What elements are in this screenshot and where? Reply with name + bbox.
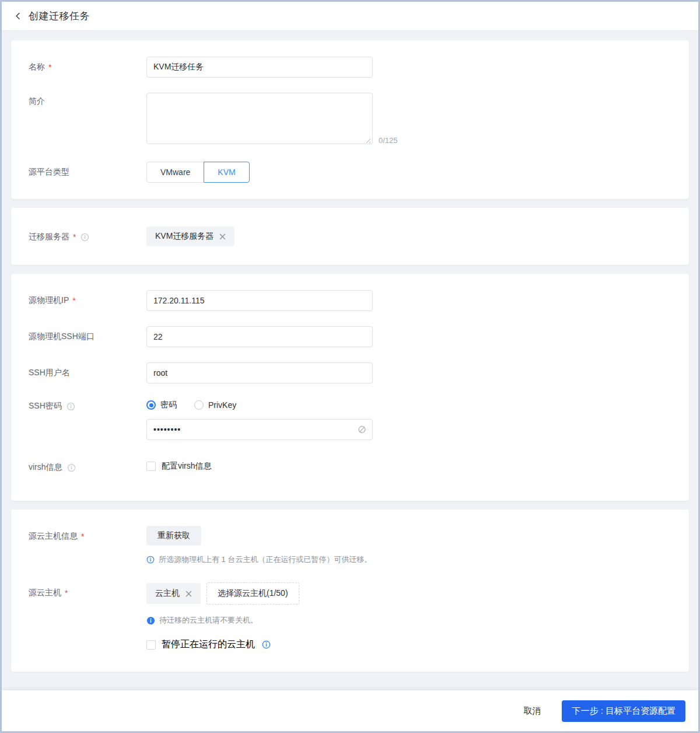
info-circle-icon xyxy=(146,556,155,564)
description-label: 简介 xyxy=(29,93,146,107)
eye-off-icon[interactable] xyxy=(357,425,367,435)
char-counter: 0/125 xyxy=(379,136,398,146)
ssh-user-input[interactable] xyxy=(146,362,373,383)
refresh-button[interactable]: 重新获取 xyxy=(146,526,201,546)
info-filled-icon xyxy=(146,616,155,625)
info-icon[interactable] xyxy=(66,402,75,411)
info-icon[interactable] xyxy=(80,233,89,242)
page-title: 创建迁移任务 xyxy=(29,9,90,23)
vm-info-label: 源云主机信息* xyxy=(29,526,146,542)
vm-info-control: 重新获取 所选源物理机上有 1 台云主机（正在运行或已暂停）可供迁移。 xyxy=(146,526,372,565)
vm-info-tip: 所选源物理机上有 1 台云主机（正在运行或已暂停）可供迁移。 xyxy=(146,554,372,565)
required-marker: * xyxy=(72,296,75,305)
row-migration-server: 迁移服务器* KVM迁移服务器 xyxy=(29,226,671,246)
ssh-port-label: 源物理机SSH端口 xyxy=(29,326,146,342)
row-ssh-user: SSH用户名 xyxy=(29,362,671,383)
cancel-button[interactable]: 取消 xyxy=(523,706,541,717)
radio-unselected-icon xyxy=(194,400,204,410)
pause-checkbox-label: 暂停正在运行的云主机 xyxy=(162,638,255,651)
info-icon[interactable] xyxy=(262,640,271,649)
platform-type-label: 源平台类型 xyxy=(29,162,146,177)
row-virsh: virsh信息 配置virsh信息 xyxy=(29,461,671,473)
checkbox-icon[interactable] xyxy=(146,640,156,650)
source-vm-line: 云主机 选择源云主机(1/50) xyxy=(146,582,299,605)
close-icon[interactable] xyxy=(219,233,226,240)
name-label: 名称* xyxy=(29,57,146,72)
row-platform-type: 源平台类型 VMware KVM xyxy=(29,162,671,183)
vm-tag-label: 云主机 xyxy=(155,588,180,599)
required-marker: * xyxy=(65,588,68,598)
vm-tag: 云主机 xyxy=(146,583,201,604)
row-name: 名称* xyxy=(29,57,671,78)
radio-password[interactable]: 密码 xyxy=(146,400,177,410)
migration-server-label: 迁移服务器* xyxy=(29,226,146,242)
checkbox-icon[interactable] xyxy=(146,462,156,471)
source-vm-control: 云主机 选择源云主机(1/50) 待迁移的云主机请不要关机。 暂停正在运 xyxy=(146,582,299,651)
platform-option-kvm[interactable]: KVM xyxy=(204,162,249,183)
virsh-checkbox-label: 配置virsh信息 xyxy=(162,461,212,472)
source-ip-label: 源物理机IP* xyxy=(29,290,146,306)
row-source-vm: 源云主机* 云主机 选择源云主机(1/50) 待迁移的云主 xyxy=(29,582,671,651)
close-icon[interactable] xyxy=(186,591,192,597)
card-basic-info: 名称* 简介 0/125 源平台类型 VMware KVM xyxy=(11,40,689,199)
password-input[interactable] xyxy=(146,419,373,440)
card-source-host: 源物理机IP* 源物理机SSH端口 SSH用户名 SSH密码 xyxy=(11,274,689,501)
radio-selected-icon xyxy=(146,400,156,410)
row-ssh-port: 源物理机SSH端口 xyxy=(29,326,671,347)
vm-info-tip-text: 所选源物理机上有 1 台云主机（正在运行或已暂停）可供迁移。 xyxy=(159,554,372,565)
radio-privkey[interactable]: PrivKey xyxy=(194,400,236,410)
required-marker: * xyxy=(73,232,76,242)
required-marker: * xyxy=(81,532,84,541)
platform-option-vmware[interactable]: VMware xyxy=(146,162,204,183)
ssh-port-input[interactable] xyxy=(146,326,373,347)
vm-shutdown-tip-text: 待迁移的云主机请不要关机。 xyxy=(159,615,258,626)
chevron-left-icon xyxy=(14,12,23,20)
form-content: 名称* 简介 0/125 源平台类型 VMware KVM xyxy=(2,31,698,690)
password-control: 密码 PrivKey xyxy=(146,399,373,440)
info-icon[interactable] xyxy=(67,463,76,472)
source-vm-label: 源云主机* xyxy=(29,582,146,598)
description-textarea[interactable] xyxy=(146,93,373,144)
select-vm-button[interactable]: 选择源云主机(1/50) xyxy=(206,582,299,605)
required-marker: * xyxy=(48,62,51,72)
description-wrap xyxy=(146,93,373,146)
row-description: 简介 0/125 xyxy=(29,93,671,146)
virsh-label: virsh信息 xyxy=(29,461,146,473)
row-ssh-password: SSH密码 密码 PrivKey xyxy=(29,399,671,440)
vm-shutdown-tip: 待迁移的云主机请不要关机。 xyxy=(146,615,299,626)
source-ip-input[interactable] xyxy=(146,290,373,311)
virsh-checkbox[interactable]: 配置virsh信息 xyxy=(146,461,212,472)
card-source-vms: 源云主机信息* 重新获取 所选源物理机上有 1 台云主机（正在运行或已暂停）可供… xyxy=(11,509,689,672)
card-migration-server: 迁移服务器* KVM迁移服务器 xyxy=(11,208,689,265)
name-input[interactable] xyxy=(146,57,373,78)
password-type-radios: 密码 PrivKey xyxy=(146,399,373,411)
ssh-password-label: SSH密码 xyxy=(29,399,146,411)
row-source-ip: 源物理机IP* xyxy=(29,290,671,311)
page-header: 创建迁移任务 xyxy=(2,2,698,31)
footer-bar: 取消 下一步 : 目标平台资源配置 xyxy=(2,690,698,731)
server-tag: KVM迁移服务器 xyxy=(146,226,235,246)
next-step-button[interactable]: 下一步 : 目标平台资源配置 xyxy=(562,700,685,722)
password-field-wrap xyxy=(146,419,373,440)
ssh-user-label: SSH用户名 xyxy=(29,362,146,378)
server-tag-label: KVM迁移服务器 xyxy=(155,231,214,242)
pause-checkbox[interactable]: 暂停正在运行的云主机 xyxy=(146,638,299,651)
row-vm-info: 源云主机信息* 重新获取 所选源物理机上有 1 台云主机（正在运行或已暂停）可供… xyxy=(29,526,671,565)
platform-toggle-group: VMware KVM xyxy=(146,162,250,183)
description-block: 0/125 xyxy=(146,93,398,146)
back-button[interactable] xyxy=(14,12,23,20)
